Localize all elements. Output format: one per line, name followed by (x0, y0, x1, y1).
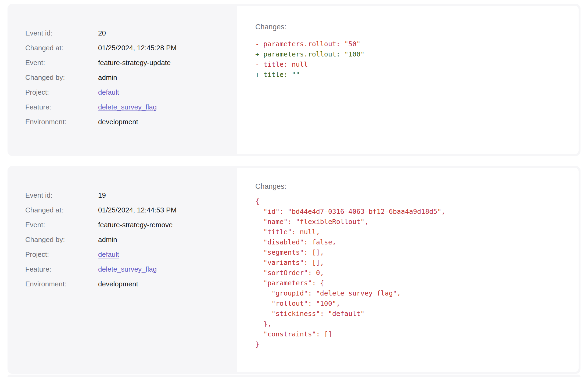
changed-by-value: admin (98, 73, 117, 82)
json-code-line: "stickiness": "default" (255, 309, 568, 319)
event-card-20: Event id:20Changed at:01/25/2024, 12:45:… (8, 4, 580, 156)
changes-heading: Changes: (255, 22, 568, 31)
metadata-label-changed-by: Changed by: (25, 235, 98, 244)
json-code-line: { (255, 196, 568, 207)
event-metadata-list: Event id:19Changed at:01/25/2024, 12:44:… (25, 191, 226, 289)
metadata-row-project: Project:default (25, 250, 226, 259)
next-card-top-edge (8, 375, 580, 377)
project-link[interactable]: default (98, 88, 119, 97)
json-code-line: } (255, 339, 568, 350)
metadata-label-event: Event: (25, 58, 98, 67)
metadata-label-project: Project: (25, 250, 98, 259)
metadata-row-environment: Environment:development (25, 117, 226, 126)
event-log-page: Event id:20Changed at:01/25/2024, 12:45:… (0, 0, 588, 377)
event-metadata-list: Event id:20Changed at:01/25/2024, 12:45:… (25, 29, 226, 126)
json-code-line: "rollout": "100", (255, 298, 568, 309)
json-code-line: "title": null, (255, 227, 568, 237)
metadata-label-event-id: Event id: (25, 29, 98, 38)
changes-heading: Changes: (255, 182, 568, 191)
json-code-line: "sortOrder": 0, (255, 268, 568, 278)
metadata-row-project: Project:default (25, 88, 226, 97)
json-code-line: "segments": [], (255, 247, 568, 258)
json-code-line: "parameters": { (255, 278, 568, 288)
environment-value: development (98, 279, 138, 289)
metadata-row-environment: Environment:development (25, 279, 226, 289)
metadata-row-changed-at: Changed at:01/25/2024, 12:45:28 PM (25, 43, 226, 52)
environment-value: development (98, 117, 138, 126)
changed-by-value: admin (98, 235, 117, 244)
event-id-value: 19 (98, 191, 106, 200)
metadata-row-event-id: Event id:19 (25, 191, 226, 200)
json-code-line: "id": "bd44e4d7-0316-4063-bf12-6baa4a9d1… (255, 207, 568, 217)
metadata-row-changed-by: Changed by:admin (25, 235, 226, 244)
json-code-line: "name": "flexibleRollout", (255, 217, 568, 227)
json-code-line: "variants": [], (255, 258, 568, 268)
event-changes-panel: Changes: { "id": "bd44e4d7-0316-4063-bf1… (237, 168, 579, 372)
event-card-19: Event id:19Changed at:01/25/2024, 12:44:… (8, 166, 580, 374)
metadata-row-event-id: Event id:20 (25, 29, 226, 38)
json-code-line: "disabled": false, (255, 237, 568, 247)
metadata-row-event: Event:feature-strategy-update (25, 58, 226, 67)
metadata-row-event: Event:feature-strategy-remove (25, 220, 226, 229)
metadata-row-changed-by: Changed by:admin (25, 73, 226, 82)
event-metadata-panel: Event id:20Changed at:01/25/2024, 12:45:… (8, 4, 237, 156)
project-link[interactable]: default (98, 250, 119, 259)
metadata-row-feature: Feature:delete_survey_flag (25, 102, 226, 112)
feature-link[interactable]: delete_survey_flag (98, 265, 157, 274)
changed-at-value: 01/25/2024, 12:45:28 PM (98, 43, 177, 52)
event-metadata-panel: Event id:19Changed at:01/25/2024, 12:44:… (8, 166, 237, 374)
json-code-line: "constraints": [] (255, 329, 568, 339)
event-json-block: { "id": "bd44e4d7-0316-4063-bf12-6baa4a9… (255, 196, 568, 350)
metadata-label-feature: Feature: (25, 102, 98, 112)
diff-line-removed: - parameters.rollout: "50" (255, 39, 568, 49)
diff-line-added: + title: "" (255, 70, 568, 80)
changed-at-value: 01/25/2024, 12:44:53 PM (98, 205, 177, 215)
metadata-label-event-id: Event id: (25, 191, 98, 200)
event-id-value: 20 (98, 29, 106, 38)
feature-link[interactable]: delete_survey_flag (98, 102, 157, 112)
metadata-row-feature: Feature:delete_survey_flag (25, 265, 226, 274)
json-code-line: "groupId": "delete_survey_flag", (255, 288, 568, 298)
metadata-label-changed-at: Changed at: (25, 43, 98, 52)
metadata-label-environment: Environment: (25, 117, 98, 126)
diff-line-added: + parameters.rollout: "100" (255, 49, 568, 59)
event-changes-panel: Changes: - parameters.rollout: "50"+ par… (237, 6, 579, 154)
metadata-row-changed-at: Changed at:01/25/2024, 12:44:53 PM (25, 205, 226, 215)
metadata-label-feature: Feature: (25, 265, 98, 274)
metadata-label-environment: Environment: (25, 279, 98, 289)
diff-line-removed: - title: null (255, 59, 568, 70)
json-code-line: }, (255, 319, 568, 329)
metadata-label-event: Event: (25, 220, 98, 229)
metadata-label-changed-by: Changed by: (25, 73, 98, 82)
metadata-label-project: Project: (25, 88, 98, 97)
event-value: feature-strategy-update (98, 58, 171, 67)
metadata-label-changed-at: Changed at: (25, 205, 98, 215)
event-value: feature-strategy-remove (98, 220, 173, 229)
event-diff-block: - parameters.rollout: "50"+ parameters.r… (255, 39, 568, 80)
